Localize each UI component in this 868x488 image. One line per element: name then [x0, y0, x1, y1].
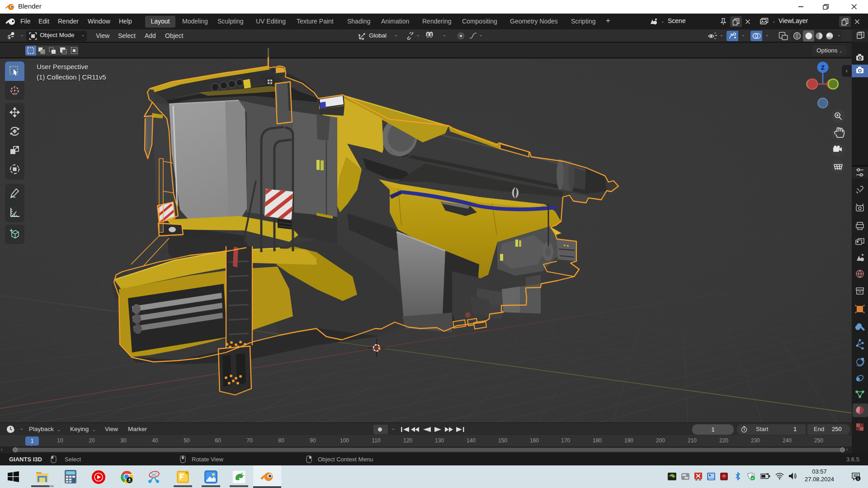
svg-text:1: 1 — [857, 477, 859, 481]
svg-text:Z: Z — [821, 64, 825, 71]
